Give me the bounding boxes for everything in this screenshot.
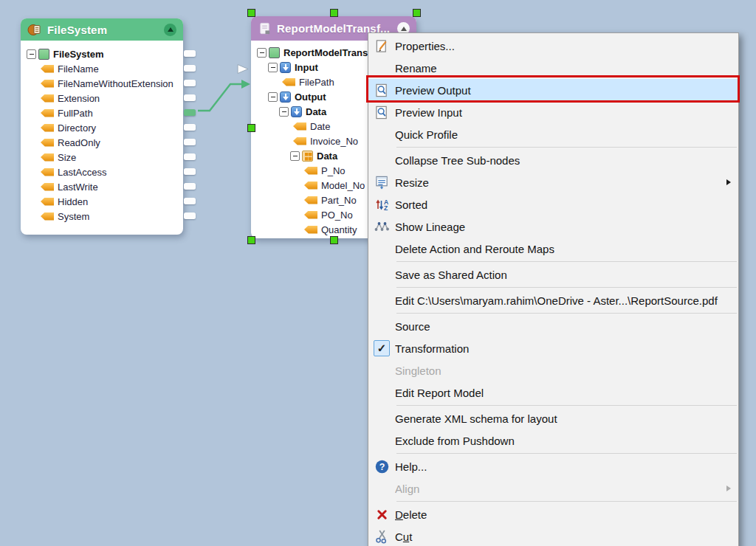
- menu-item-help[interactable]: ?Help...: [368, 455, 738, 477]
- field-tag-icon: [293, 137, 306, 145]
- output-port[interactable]: [184, 153, 196, 160]
- menu-item-exclude-from-pushdown[interactable]: Exclude from Pushdown: [368, 429, 738, 452]
- preview-icon: [368, 106, 395, 120]
- menu-item-label: Properties...: [395, 40, 738, 52]
- collapse-expander-icon[interactable]: [279, 107, 289, 117]
- tree-item-lastaccess[interactable]: LastAccess: [21, 165, 183, 179]
- field-tag-icon: [304, 167, 317, 175]
- tree-item-fullpath[interactable]: FullPath: [21, 106, 183, 120]
- menu-item-show-lineage[interactable]: Show Lineage: [368, 215, 738, 238]
- menu-item-edit-report-model[interactable]: Edit Report Model: [368, 381, 738, 404]
- menu-item-source[interactable]: Source: [368, 315, 738, 337]
- menu-item-label: Transformation: [395, 342, 738, 355]
- tree-item-filenamewithoutextension[interactable]: FileNameWithoutExtension: [21, 76, 183, 91]
- submenu-arrow-icon: [726, 179, 731, 185]
- menu-item-align: Align: [368, 477, 738, 500]
- output-port[interactable]: [184, 168, 196, 175]
- menu-check-gutter: ✓: [368, 340, 395, 356]
- menu-separator: [396, 313, 737, 314]
- menu-item-save-as-shared-action[interactable]: Save as Shared Action: [368, 263, 738, 286]
- collapse-expander-icon[interactable]: [268, 63, 278, 72]
- menu-separator: [396, 147, 737, 148]
- tree-item-label: LastAccess: [58, 167, 106, 178]
- menu-item-preview-output[interactable]: Preview Output: [368, 79, 738, 101]
- tree-item-label: Part_No: [321, 195, 357, 206]
- collapse-node-button[interactable]: [164, 24, 176, 36]
- menu-item-edit-c-users-maryam-rahim-onedrive-aster[interactable]: Edit C:\Users\maryam.rahim\OneDrive - As…: [368, 289, 738, 311]
- menu-item-delete-action-and-reroute-maps[interactable]: Delete Action and Reroute Maps: [368, 238, 738, 260]
- field-tag-icon: [304, 196, 317, 204]
- selection-handle[interactable]: [247, 124, 255, 132]
- menu-item-preview-input[interactable]: Preview Input: [368, 101, 738, 123]
- field-tag-icon: [304, 211, 317, 219]
- output-port[interactable]: [184, 183, 196, 190]
- tree-item-lastwrite[interactable]: LastWrite: [21, 179, 183, 194]
- field-tag-icon: [304, 226, 317, 234]
- menu-item-properties[interactable]: Properties...: [368, 35, 738, 57]
- sort-icon: AZ: [368, 198, 395, 212]
- input-port-arrow-icon: [238, 65, 248, 74]
- filesystem-node-header[interactable]: FileSystem: [21, 18, 183, 41]
- tree-item-label: FileNameWithoutExtension: [58, 78, 173, 89]
- selection-handle[interactable]: [413, 9, 421, 17]
- menu-item-delete[interactable]: Delete: [368, 503, 738, 525]
- checked-checkbox-icon[interactable]: ✓: [374, 340, 390, 356]
- selection-handle[interactable]: [330, 236, 338, 244]
- menu-separator: [396, 261, 737, 262]
- field-tag-icon: [293, 122, 306, 131]
- collapse-expander-icon[interactable]: [257, 48, 267, 58]
- output-port[interactable]: [184, 124, 196, 131]
- field-tag-icon: [41, 183, 54, 191]
- selection-handle[interactable]: [247, 9, 255, 17]
- field-tag-icon: [41, 124, 54, 132]
- map-connector-line[interactable]: [198, 84, 242, 111]
- output-port[interactable]: [184, 198, 196, 204]
- svg-text:?: ?: [379, 461, 385, 471]
- collapse-expander-icon[interactable]: [27, 49, 36, 59]
- selection-handle[interactable]: [247, 236, 255, 244]
- tree-item-label: Extension: [58, 93, 100, 104]
- tree-item-system[interactable]: System: [21, 209, 183, 224]
- tree-item-extension[interactable]: Extension: [21, 91, 183, 106]
- tree-item-size[interactable]: Size: [21, 150, 183, 165]
- filesystem-node[interactable]: FileSystem FileSystemFileNameFileNameWit…: [21, 18, 183, 235]
- menu-item-quick-profile[interactable]: Quick Profile: [368, 123, 738, 145]
- field-tag-icon: [41, 168, 54, 176]
- menu-separator: [396, 405, 737, 406]
- output-port[interactable]: [184, 50, 196, 57]
- cut-icon: [368, 529, 395, 544]
- field-tag-icon: [41, 139, 54, 147]
- output-port[interactable]: [184, 212, 196, 219]
- submenu-arrow-icon: [726, 485, 731, 491]
- menu-item-transformation[interactable]: ✓Transformation: [368, 337, 738, 359]
- selection-handle[interactable]: [330, 9, 338, 17]
- tree-item-filename[interactable]: FileName: [21, 61, 183, 76]
- output-port[interactable]: [184, 80, 196, 86]
- tree-item-filesystem[interactable]: FileSystem: [21, 46, 183, 61]
- tree-item-readonly[interactable]: ReadOnly: [21, 135, 183, 150]
- menu-item-resize[interactable]: Resize: [368, 171, 738, 193]
- menu-item-label: Preview Output: [395, 84, 738, 97]
- tree-item-label: Quantity: [321, 224, 357, 235]
- menu-item-label: Preview Input: [395, 106, 738, 119]
- report-model-icon: [258, 21, 272, 36]
- collapse-expander-icon[interactable]: [268, 92, 278, 102]
- menu-item-generate-xml-schema-for-layout[interactable]: Generate XML schema for layout: [368, 407, 738, 429]
- output-port-connected[interactable]: [184, 109, 196, 116]
- menu-item-rename[interactable]: Rename: [368, 57, 738, 79]
- menu-item-collapse-tree-sub-nodes[interactable]: Collapse Tree Sub-nodes: [368, 149, 738, 171]
- output-port[interactable]: [184, 139, 196, 145]
- menu-item-label: Sorted: [395, 198, 738, 211]
- output-port[interactable]: [184, 65, 196, 72]
- menu-item-sorted[interactable]: AZSorted: [368, 193, 738, 215]
- collapse-expander-icon[interactable]: [290, 151, 300, 161]
- menu-item-cut[interactable]: Cut: [368, 525, 738, 546]
- tree-item-hidden[interactable]: Hidden: [21, 194, 183, 209]
- tree-item-directory[interactable]: Directory: [21, 120, 183, 135]
- menu-item-label: Edit Report Model: [395, 387, 738, 399]
- field-tag-icon: [41, 212, 54, 221]
- element-square-icon: [269, 47, 280, 58]
- record-grid-icon: [302, 151, 313, 162]
- output-port[interactable]: [184, 94, 196, 101]
- menu-item-label: Quick Profile: [395, 128, 738, 141]
